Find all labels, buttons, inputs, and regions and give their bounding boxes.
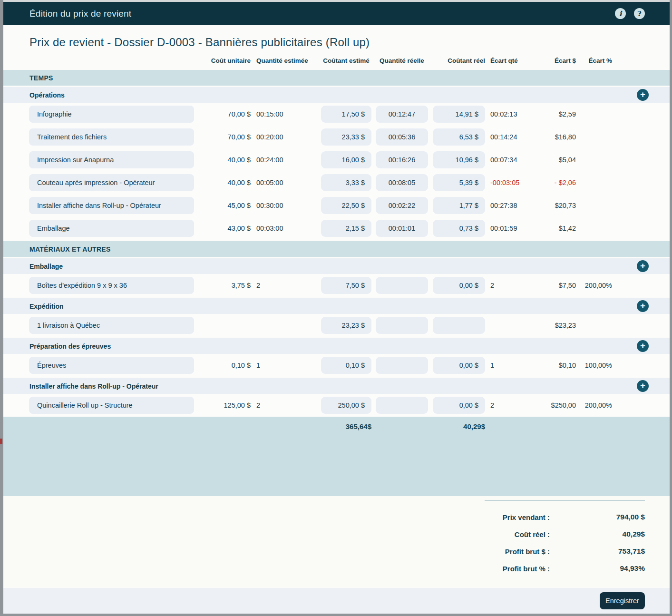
summary-row-cout-reel: Coût réel : 40,29$ — [360, 526, 645, 543]
unit-cost: 40,00 $ — [194, 156, 251, 164]
ecart-qty: 1 — [485, 362, 538, 369]
item-name: Épreuves — [37, 362, 66, 369]
table-row: Infographie 70,00 $ 00:15:00 17,50 $ 00:… — [3, 103, 670, 126]
ecart-dollar: $23,23 — [538, 322, 576, 329]
item-name-field[interactable]: Installer affiche dans Roll-up - Opérate… — [29, 197, 194, 214]
actual-qty-field[interactable]: 00:02:22 — [376, 197, 428, 214]
table-row: 1 livraison à Québec 23,23 $ $23,23 — [3, 314, 670, 337]
actual-cost-field[interactable]: 0,00 $ — [433, 357, 485, 374]
subsection-header: Installer affiche dans Roll-up - Opérate… — [3, 378, 670, 394]
estimated-qty: 00:03:00 — [251, 225, 317, 232]
add-line-button[interactable]: + — [637, 260, 649, 272]
unit-cost: 43,00 $ — [194, 225, 251, 232]
info-icon[interactable]: i — [615, 8, 626, 19]
col-header-quantite-reelle: Quantité réelle — [371, 57, 428, 64]
estimated-qty: 00:24:00 — [251, 156, 317, 164]
actual-cost-field[interactable]: 1,77 $ — [433, 197, 485, 214]
subsection-title: Emballage — [29, 263, 63, 270]
actual-qty: 00:08:05 — [389, 179, 415, 186]
actual-qty-field[interactable]: 00:12:47 — [376, 106, 428, 123]
ecart-dollar: $20,73 — [538, 202, 576, 209]
item-name-field[interactable]: Épreuves — [29, 357, 194, 374]
section-header: TEMPS — [3, 70, 670, 86]
table-row: Emballage 43,00 $ 00:03:00 2,15 $ 00:01:… — [3, 217, 670, 240]
actual-cost-field[interactable]: 0,00 $ — [433, 397, 485, 414]
actual-cost-field[interactable]: 0,73 $ — [433, 220, 485, 237]
estimated-cost-field[interactable]: 22,50 $ — [321, 197, 371, 214]
actual-cost-field[interactable]: 14,91 $ — [433, 106, 485, 123]
totals-band: 365,64$ 40,29$ — [3, 417, 670, 496]
col-header-coutant-estime: Coûtant estimé — [317, 57, 371, 64]
estimated-cost-field[interactable]: 7,50 $ — [321, 277, 371, 294]
estimated-cost: 23,23 $ — [342, 322, 365, 329]
summary-divider — [485, 500, 645, 500]
actual-cost-field[interactable]: 0,00 $ — [433, 277, 485, 294]
item-name-field[interactable]: Impression sur Anapurna — [29, 151, 194, 168]
summary-label: Profit brut $ : — [369, 548, 550, 556]
actual-cost: 5,39 $ — [459, 179, 478, 186]
subsection-title: Expédition — [29, 303, 64, 310]
estimated-cost-field[interactable]: 250,00 $ — [321, 397, 371, 414]
estimated-qty: 00:15:00 — [251, 110, 317, 118]
actual-cost-field[interactable]: 5,39 $ — [433, 174, 485, 191]
estimated-qty: 00:20:00 — [251, 133, 317, 141]
actual-qty-field[interactable] — [376, 397, 428, 414]
item-name-field[interactable]: Infographie — [29, 106, 194, 123]
estimated-cost-field[interactable]: 17,50 $ — [321, 106, 371, 123]
estimated-cost-field[interactable]: 0,10 $ — [321, 357, 371, 374]
estimated-qty: 2 — [251, 401, 317, 409]
estimated-cost-field[interactable]: 2,15 $ — [321, 220, 371, 237]
section-header-label: MATÉRIAUX ET AUTRES — [29, 245, 111, 253]
table-row: Couteau après impression - Opérateur 40,… — [3, 171, 670, 194]
actual-qty-field[interactable]: 00:08:05 — [376, 174, 428, 191]
cost-price-edit-window: Édition du prix de revient i ? Prix de r… — [0, 0, 672, 616]
estimated-cost-field[interactable]: 23,33 $ — [321, 128, 371, 146]
actual-cost-field[interactable]: 10,96 $ — [433, 151, 485, 168]
save-button[interactable]: Enregistrer — [600, 592, 645, 609]
item-name: 1 livraison à Québec — [37, 322, 100, 329]
estimated-cost-field[interactable]: 3,33 $ — [321, 174, 371, 191]
actual-qty: 00:01:01 — [389, 225, 415, 232]
col-header-ecart-dollar: Écart $ — [538, 57, 576, 64]
help-icon[interactable]: ? — [634, 8, 645, 19]
item-name-field[interactable]: Traitement des fichiers — [29, 128, 194, 146]
unit-cost: 70,00 $ — [194, 110, 251, 118]
ecart-pct: 100,00% — [576, 362, 612, 369]
summary-label: Prix vendant : — [369, 513, 550, 521]
estimated-qty: 2 — [251, 282, 317, 289]
page-title: Prix de revient - Dossier D-0003 - Banni… — [29, 36, 670, 49]
estimated-cost-field[interactable]: 16,00 $ — [321, 151, 371, 168]
add-line-button[interactable]: + — [637, 380, 649, 392]
actual-qty-field[interactable] — [376, 277, 428, 294]
actual-cost: 0,73 $ — [459, 225, 478, 232]
actual-cost: 6,53 $ — [459, 133, 478, 141]
actual-qty: 00:12:47 — [389, 110, 415, 118]
add-line-button[interactable]: + — [637, 89, 649, 101]
add-line-button[interactable]: + — [637, 300, 649, 312]
item-name-field[interactable]: Emballage — [29, 220, 194, 237]
item-name: Installer affiche dans Roll-up - Opérate… — [37, 202, 161, 209]
actual-qty-field[interactable]: 00:01:01 — [376, 220, 428, 237]
actual-cost-field[interactable] — [433, 317, 485, 334]
actual-qty-field[interactable]: 00:16:26 — [376, 151, 428, 168]
item-name: Infographie — [37, 110, 72, 118]
total-cost-est: 365,64$ — [317, 422, 371, 430]
actual-qty-field[interactable] — [376, 317, 428, 334]
actual-cost: 0,00 $ — [459, 401, 478, 409]
ecart-dollar: $5,04 — [538, 156, 576, 164]
summary-value: 753,71$ — [550, 547, 645, 556]
actual-qty-field[interactable] — [376, 357, 428, 374]
item-name-field[interactable]: Quincaillerie Roll up - Structure — [29, 397, 194, 414]
item-name-field[interactable]: Boîtes d'expédition 9 x 9 x 36 — [29, 277, 194, 294]
item-name: Quincaillerie Roll up - Structure — [37, 401, 133, 409]
actual-qty: 00:02:22 — [389, 202, 415, 209]
item-name-field[interactable]: Couteau après impression - Opérateur — [29, 174, 194, 191]
ecart-dollar: $250,00 — [538, 401, 576, 409]
estimated-cost-field[interactable]: 23,23 $ — [321, 317, 371, 334]
actual-cost: 14,91 $ — [456, 110, 478, 118]
summary-value: 794,00 $ — [550, 513, 645, 521]
actual-qty-field[interactable]: 00:05:36 — [376, 128, 428, 146]
item-name-field[interactable]: 1 livraison à Québec — [29, 317, 194, 334]
add-line-button[interactable]: + — [637, 340, 649, 352]
actual-cost-field[interactable]: 6,53 $ — [433, 128, 485, 146]
